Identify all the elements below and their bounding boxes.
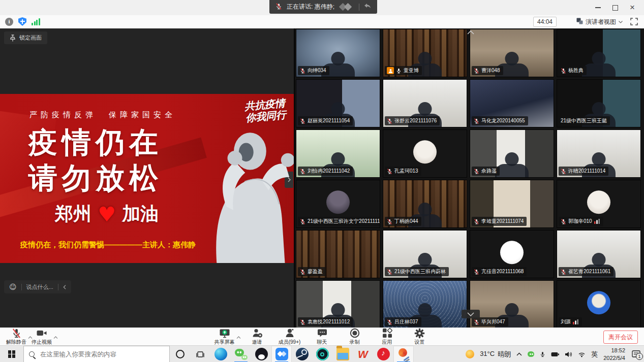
toolbar-record-button[interactable]: 录制 (344, 328, 366, 346)
participant-tile[interactable]: 21级中西医三班冉蔚林 (383, 230, 467, 278)
participant-tile[interactable]: 吕庄林037 (383, 280, 467, 327)
participant-name: 杨胜典 (568, 67, 584, 74)
pin-icon (10, 35, 16, 42)
muted-mic-icon (474, 269, 479, 275)
camera-icon (36, 328, 47, 338)
participant-tile[interactable]: 杨胜典 (557, 29, 641, 77)
restore-arrow-icon[interactable] (364, 3, 371, 11)
toolbar-camera-button[interactable]: 停止视频 (30, 328, 53, 346)
volume-tray-icon[interactable] (565, 351, 572, 357)
participant-tile[interactable]: 亢佳音2021111068 (470, 230, 554, 278)
search-input[interactable] (39, 350, 153, 358)
system-tray: 31°C 晴朗 英 18:52 2022/5/4 1 (466, 346, 644, 362)
meeting-info-icon[interactable] (5, 18, 13, 26)
chat-placeholder[interactable]: 说点什么... (26, 283, 53, 291)
fullscreen-icon[interactable] (630, 18, 638, 27)
taskbar-qq-button[interactable] (251, 346, 271, 362)
participant-tile[interactable]: 刘源 (557, 280, 641, 327)
grid-scroll-up-button[interactable] (465, 29, 477, 36)
grid-scroll-down-button[interactable] (462, 310, 480, 318)
quick-chat-bar[interactable]: 说点什么... (4, 280, 71, 293)
emoji-icon[interactable] (9, 283, 17, 291)
participant-tile[interactable]: 许晴2021111014 (557, 129, 641, 178)
toolbar-mic-muted-button[interactable]: 解除静音 (5, 328, 27, 346)
toolbar-screen-share-button[interactable]: 共享屏幕 (213, 328, 236, 346)
chevron-up-icon[interactable] (236, 332, 241, 341)
participant-tile[interactable]: 丁柄皓044 (383, 180, 467, 228)
taskbar-netease-music-button[interactable] (373, 346, 393, 362)
participant-tile[interactable]: 孔孟珂013 (383, 129, 467, 178)
cortana-button[interactable] (170, 346, 190, 362)
participant-tile[interactable]: 曹洋048 (470, 29, 554, 77)
taskbar-recorder-button[interactable] (312, 346, 332, 362)
participant-name-label: 吕庄林037 (385, 317, 421, 326)
pin-view-button[interactable]: 锁定画面 (4, 31, 47, 44)
input-language-indicator[interactable]: 英 (591, 350, 598, 359)
participant-tile[interactable]: 郭珈辛010 (557, 180, 641, 228)
toolbar-chat-button[interactable]: 聊天 (311, 328, 333, 346)
participant-name-label: 21级中西医三班冉蔚林 (385, 267, 449, 276)
shared-screen-area[interactable]: 锁定画面 共抗疫情 你我同行 严防疫情反弹 保障家国安全 疫情仍在 请勿放松 郑… (0, 28, 294, 327)
mic-muted-icon (11, 328, 22, 338)
clock-date: 2022/5/4 (603, 354, 625, 361)
participant-name: 郭珈辛010 (568, 218, 592, 225)
participant-tile[interactable]: 童亚博 (383, 29, 467, 77)
leave-meeting-button[interactable]: 离开会议 (603, 331, 638, 344)
participant-tile[interactable]: 马化龙2020140055 (470, 79, 554, 127)
participant-tile[interactable]: 廖盈盈 (296, 230, 380, 278)
taskbar-tencent-meeting-button[interactable] (271, 346, 292, 362)
participant-tile[interactable]: 21级中西医三班许文宁2021111193 (296, 180, 380, 228)
weather-sun-icon[interactable] (466, 350, 474, 358)
toolbar-apps-button[interactable]: 应用 (376, 328, 398, 346)
hidden-icons-chevron[interactable] (516, 352, 522, 356)
layout-icon (576, 18, 583, 26)
participant-tile[interactable]: 毕兴邦047 (470, 280, 554, 327)
muted-mic-icon (561, 219, 566, 224)
view-mode-label: 演讲者视图 (586, 18, 616, 26)
close-button[interactable] (624, 0, 641, 15)
taskbar-search[interactable] (23, 346, 170, 362)
chevron-up-icon[interactable] (53, 332, 58, 341)
participant-tile[interactable]: 张舒云2021111076 (383, 79, 467, 127)
taskbar-screenshot-tool-button[interactable] (393, 346, 414, 362)
taskbar-edge-button[interactable] (210, 346, 231, 362)
battery-tray-icon[interactable] (551, 352, 559, 357)
network-tray-icon[interactable] (578, 351, 586, 357)
taskbar-file-explorer-button[interactable] (332, 346, 353, 362)
participant-name-label: 杨胜典 (559, 66, 587, 75)
weather-widget[interactable]: 31°C 晴朗 (480, 350, 511, 359)
participant-tile[interactable]: 向绅034 (296, 29, 380, 77)
notification-center-button[interactable]: 1 (631, 350, 641, 359)
security-shield-icon[interactable] (18, 17, 26, 26)
toolbar-invite-button[interactable]: 邀请 (246, 328, 268, 346)
participant-name: 袁惠悦2021111012 (308, 318, 350, 325)
view-mode-button[interactable]: 演讲者视图 (576, 17, 623, 27)
participant-tile[interactable]: 赵丽英2021111054 (296, 79, 380, 127)
start-button[interactable] (0, 346, 23, 362)
participant-grid: 向绅034童亚博曹洋048杨胜典赵丽英2021111054张舒云20211110… (295, 28, 644, 327)
task-view-button[interactable] (190, 346, 210, 362)
toolbar-members-button[interactable]: 成员(99+) (279, 328, 301, 346)
participant-tile[interactable]: 刘怡冉2021111042 (296, 129, 380, 178)
taskbar-steam-button[interactable] (292, 346, 312, 362)
microphone-tray-icon[interactable] (540, 351, 545, 358)
toolbar-gear-button[interactable]: 设置 (409, 328, 431, 346)
participant-tile[interactable]: 李靖童2021111074 (470, 180, 554, 228)
participant-tile[interactable]: 袁惠悦2021111012 (296, 280, 380, 327)
minimize-button[interactable] (589, 0, 606, 15)
taskbar-wechat-button[interactable] (231, 346, 251, 362)
participant-tile[interactable]: 崔艺青2021111061 (557, 230, 641, 278)
taskbar-wps-office-button[interactable] (353, 346, 373, 362)
collapse-chevron-icon[interactable] (63, 285, 66, 289)
maximize-button[interactable] (606, 0, 624, 15)
participant-tile[interactable]: 21级中西医三班王懿 (557, 79, 641, 127)
participant-name: 马化龙2020140055 (481, 117, 525, 124)
participant-tile[interactable]: 佘路遥 (470, 129, 554, 178)
now-speaking-pill[interactable]: 正在讲话: 惠伟静; (269, 0, 377, 14)
wechat-tray-icon[interactable] (528, 351, 534, 357)
participant-name-label: 毕兴邦047 (472, 317, 508, 326)
taskbar-clock[interactable]: 18:52 2022/5/4 (603, 347, 625, 361)
participant-avatar (587, 291, 610, 314)
network-quality-icon[interactable] (32, 18, 40, 25)
participant-name-label: 21级中西医三班王懿 (559, 116, 610, 125)
